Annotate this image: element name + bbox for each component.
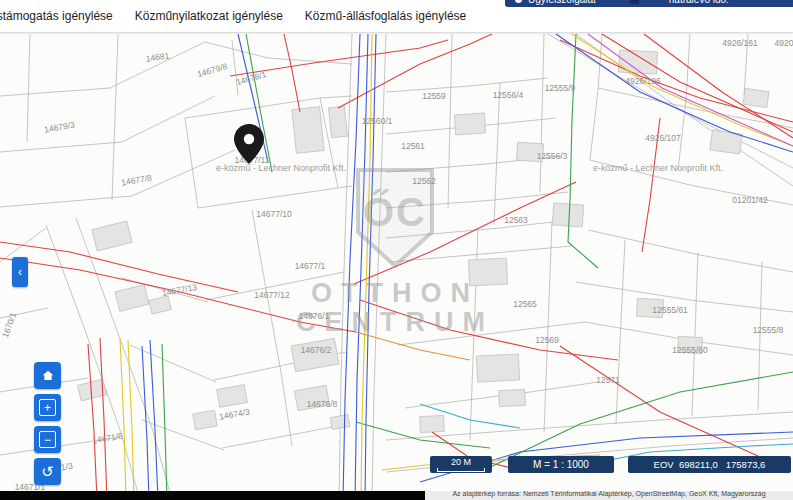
scale-ratio: M = 1 : 1000	[508, 456, 614, 473]
undo-icon: ↺	[41, 463, 54, 481]
scale-bar-label: 20 M	[451, 458, 471, 467]
parcel-label: 12555/60	[672, 345, 708, 355]
parcel-label: 12561	[401, 141, 425, 151]
parcel-label: 12560/1	[362, 116, 393, 126]
home-button[interactable]	[34, 362, 61, 389]
support-link[interactable]: Ügyfélszolgálat	[528, 0, 596, 5]
parcel-label: 14677/12	[254, 290, 290, 300]
parcel-label: 12571	[596, 375, 620, 385]
parcel-label: 12556/3	[537, 151, 568, 161]
parcel-label: 12555/9	[545, 83, 576, 93]
zoom-out-icon: −	[39, 431, 56, 448]
home-icon	[40, 368, 56, 384]
header-app-icon	[630, 0, 639, 4]
map-controls: + − ↺	[34, 362, 61, 485]
parcel-label: 12563	[504, 215, 528, 225]
parcel-label: 12559	[422, 91, 446, 101]
parcel-label: 4926/106	[625, 76, 661, 86]
parcel-label: 4920	[775, 38, 793, 48]
parcel-label: 14677/10	[256, 209, 292, 219]
parcel-label: 4926/107	[645, 133, 681, 143]
parcel-label: 12565	[513, 299, 537, 309]
watermark-line1: OTTHON	[311, 278, 479, 308]
panel-collapse-button[interactable]: ‹	[12, 257, 28, 287]
parcel-label: 12562	[412, 176, 436, 186]
account-strip: Ügyfélszolgálat hátralévő idő:	[505, 0, 793, 7]
scale-bar: 20 M	[430, 456, 492, 473]
parcel-label: 14676/2	[301, 345, 332, 355]
parcel-label: 01201/42	[732, 195, 768, 205]
watermark-logo-text: ŐC	[363, 189, 427, 234]
parcel-label: 12569	[535, 335, 559, 345]
map-attribution: Az alaptérkép forrása: Nemzeti Térinform…	[425, 487, 793, 500]
parcel-label: 14676/8	[307, 399, 338, 409]
map-credit-right: e-közmű - Lechner Nonprofit Kft.	[593, 163, 723, 173]
nav-item-kozmunyilatkozat[interactable]: Közműnyilatkozat igénylése	[135, 9, 283, 23]
parcel-label: 12556/4	[493, 90, 524, 100]
scale-bar-line	[437, 468, 485, 472]
app-window: ŐC OTTHON CENTRUM e-közmű - Lechner Nonp…	[0, 0, 793, 500]
account-strip-content: Ügyfélszolgálat hátralévő idő:	[515, 0, 729, 7]
zoom-in-button[interactable]: +	[34, 394, 61, 421]
nav-item-allasfoglalas[interactable]: Közmű-állásfoglalás igénylése	[305, 9, 466, 23]
parcel-label: 4926/161	[722, 38, 758, 48]
parcel-label: 12555/61	[652, 305, 688, 315]
chevron-left-icon: ‹	[18, 265, 22, 279]
zoom-in-icon: +	[39, 399, 56, 416]
parcel-label: 12555/8	[753, 325, 784, 335]
top-navigation: éstámogatás igénylése Közműnyilatkozat i…	[0, 0, 793, 33]
support-icon	[515, 0, 522, 3]
zoom-out-button[interactable]: −	[34, 426, 61, 453]
session-timer-label: hátralévő idő:	[669, 0, 729, 5]
parcel-label: 14676/1	[299, 311, 330, 321]
coordinates-readout: EOV 698211,0 175873,6	[628, 456, 791, 473]
map-canvas[interactable]: ŐC OTTHON CENTRUM e-közmű - Lechner Nonp…	[0, 0, 793, 500]
back-button[interactable]: ↺	[34, 458, 61, 485]
nav-item-tervezestamogatas[interactable]: éstámogatás igénylése	[0, 9, 113, 23]
parcel-label: 14677/1	[295, 261, 326, 271]
